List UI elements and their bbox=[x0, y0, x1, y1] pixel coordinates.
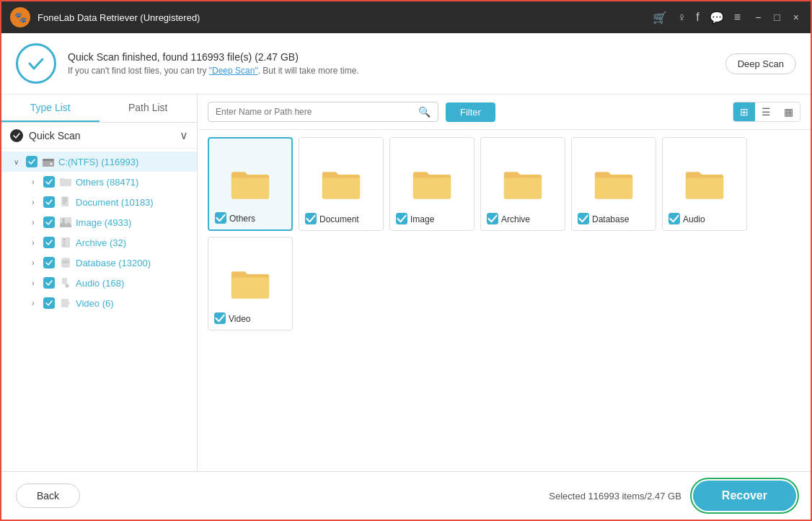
drive-label: C:(NTFS) (116993) bbox=[58, 157, 138, 167]
video-label: Video (6) bbox=[76, 298, 114, 309]
others-checkbox[interactable] bbox=[43, 176, 55, 188]
audio-checkbox[interactable] bbox=[43, 277, 55, 289]
file-card-image[interactable]: Image bbox=[389, 137, 475, 231]
tree-item-video[interactable]: › Video (6) bbox=[1, 293, 197, 313]
user-icon[interactable]: ♀ bbox=[677, 11, 686, 24]
document-expand-icon[interactable]: › bbox=[27, 196, 39, 208]
title-bar-icons: 🛒 ♀ f 💬 ≡ bbox=[653, 11, 741, 25]
archive-expand-icon[interactable]: › bbox=[27, 237, 39, 248]
document-card-label: Document bbox=[319, 214, 359, 224]
tree-item-database[interactable]: › Database (13200) bbox=[1, 253, 197, 273]
scan-result-title: Quick Scan finished, found 116993 file(s… bbox=[68, 51, 725, 63]
maximize-button[interactable]: □ bbox=[771, 10, 782, 25]
chat-icon[interactable]: 💬 bbox=[710, 11, 724, 25]
video-card-check[interactable] bbox=[214, 312, 226, 324]
image-label: Image (4933) bbox=[76, 217, 131, 228]
success-circle bbox=[16, 43, 56, 84]
drive-checkbox[interactable] bbox=[26, 156, 37, 167]
file-card-database[interactable]: Database bbox=[571, 137, 656, 231]
others-card-check[interactable] bbox=[215, 212, 226, 224]
expand-icon[interactable]: ∨ bbox=[10, 156, 22, 167]
image-checkbox[interactable] bbox=[43, 216, 55, 228]
tree-item-archive[interactable]: › Archive (32) bbox=[1, 232, 197, 253]
document-card-check[interactable] bbox=[305, 213, 317, 224]
svg-rect-12 bbox=[63, 245, 65, 246]
header-area: Quick Scan finished, found 116993 file(s… bbox=[1, 33, 811, 95]
svg-rect-9 bbox=[61, 237, 70, 248]
svg-rect-6 bbox=[63, 203, 66, 203]
footer-status: Selected 116993 items/2.47 GB bbox=[80, 491, 681, 502]
database-checkbox[interactable] bbox=[43, 257, 55, 268]
archive-label: Archive (32) bbox=[76, 237, 126, 248]
document-label: Document (10183) bbox=[76, 197, 154, 208]
svg-rect-1 bbox=[43, 159, 54, 161]
database-card-label: Database bbox=[592, 214, 629, 224]
filter-button[interactable]: Filter bbox=[446, 102, 495, 122]
svg-rect-11 bbox=[63, 242, 65, 243]
tree-item-drive[interactable]: ∨ C:(NTFS) (116993) bbox=[1, 152, 197, 172]
header-text: Quick Scan finished, found 116993 file(s… bbox=[68, 51, 725, 76]
archive-icon bbox=[59, 236, 72, 249]
file-card-archive[interactable]: Archive bbox=[480, 137, 565, 231]
right-toolbar: 🔍 Filter ⊞ ☰ ▦ bbox=[198, 95, 811, 130]
menu-icon[interactable]: ≡ bbox=[734, 11, 741, 24]
svg-point-2 bbox=[50, 163, 53, 165]
image-expand-icon[interactable]: › bbox=[27, 216, 39, 228]
file-card-others[interactable]: Others bbox=[208, 137, 293, 231]
document-checkbox[interactable] bbox=[43, 196, 55, 208]
facebook-icon[interactable]: f bbox=[696, 11, 699, 24]
others-card-label: Others bbox=[229, 214, 255, 224]
back-button[interactable]: Back bbox=[16, 483, 80, 508]
audio-icon bbox=[59, 276, 72, 289]
database-expand-icon[interactable]: › bbox=[27, 257, 39, 268]
archive-checkbox[interactable] bbox=[43, 237, 55, 248]
detail-view-button[interactable]: ▦ bbox=[777, 102, 800, 121]
audio-expand-icon[interactable]: › bbox=[27, 277, 39, 289]
cart-icon[interactable]: 🛒 bbox=[653, 11, 667, 25]
svg-rect-10 bbox=[63, 239, 65, 240]
deep-scan-button[interactable]: Deep Scan bbox=[725, 53, 796, 74]
others-label: Others (88471) bbox=[76, 177, 138, 188]
list-view-button[interactable]: ☰ bbox=[755, 102, 777, 121]
audio-card-check[interactable] bbox=[668, 213, 680, 224]
scan-row: Quick Scan ∨ bbox=[1, 123, 197, 149]
file-grid: Others Document bbox=[198, 130, 811, 471]
title-bar: 🐾 FoneLab Data Retriever (Unregistered) … bbox=[1, 1, 811, 33]
chevron-down-icon[interactable]: ∨ bbox=[180, 128, 188, 142]
others-expand-icon[interactable]: › bbox=[27, 176, 39, 188]
drive-icon bbox=[42, 155, 55, 168]
audio-label: Audio (168) bbox=[76, 278, 124, 289]
recover-button[interactable]: Recover bbox=[693, 481, 796, 511]
file-card-audio[interactable]: Audio bbox=[662, 137, 747, 231]
archive-card-check[interactable] bbox=[487, 213, 498, 224]
tab-type-list[interactable]: Type List bbox=[1, 95, 100, 122]
tree-item-others[interactable]: › Others (88471) bbox=[1, 172, 197, 192]
file-card-document[interactable]: Document bbox=[299, 137, 384, 231]
window-controls: − □ × bbox=[752, 10, 802, 25]
svg-rect-5 bbox=[63, 201, 67, 201]
search-input[interactable] bbox=[216, 107, 418, 117]
tree-item-document[interactable]: › Document (10183) bbox=[1, 192, 197, 212]
file-card-video[interactable]: Video bbox=[208, 237, 293, 330]
video-expand-icon[interactable]: › bbox=[27, 297, 39, 309]
minimize-button[interactable]: − bbox=[752, 10, 764, 25]
tab-path-list[interactable]: Path List bbox=[100, 95, 198, 122]
tree-item-image[interactable]: › Image (4933) bbox=[1, 212, 197, 232]
close-button[interactable]: × bbox=[790, 10, 802, 25]
search-box[interactable]: 🔍 bbox=[208, 102, 438, 122]
deep-scan-link[interactable]: "Deep Scan" bbox=[209, 66, 258, 76]
others-folder-icon bbox=[59, 175, 72, 188]
quick-scan-label: Quick Scan bbox=[29, 130, 180, 141]
video-icon bbox=[59, 297, 72, 310]
right-content: 🔍 Filter ⊞ ☰ ▦ bbox=[198, 95, 811, 471]
sidebar-tabs: Type List Path List bbox=[1, 95, 197, 123]
svg-rect-18 bbox=[61, 299, 69, 307]
grid-view-button[interactable]: ⊞ bbox=[733, 102, 755, 121]
audio-card-label: Audio bbox=[683, 214, 705, 224]
svg-point-8 bbox=[62, 219, 65, 222]
image-card-check[interactable] bbox=[396, 213, 407, 224]
database-card-check[interactable] bbox=[578, 213, 589, 224]
video-checkbox[interactable] bbox=[43, 297, 55, 309]
search-icon: 🔍 bbox=[418, 106, 431, 118]
tree-item-audio[interactable]: › Audio (168) bbox=[1, 273, 197, 293]
